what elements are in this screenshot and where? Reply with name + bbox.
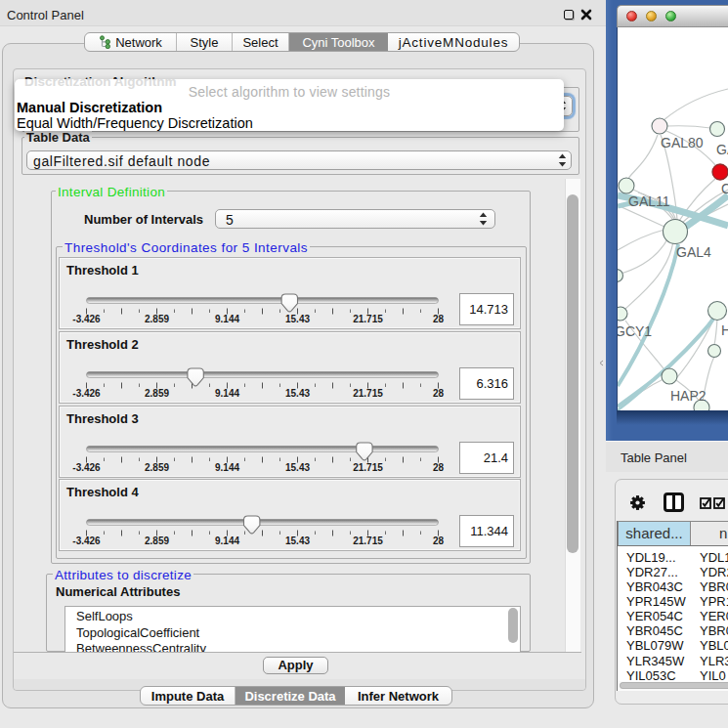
svg-text:9.144: 9.144 <box>215 388 239 399</box>
svg-text:15.43: 15.43 <box>285 388 310 399</box>
svg-text:2.859: 2.859 <box>145 388 169 399</box>
svg-text:HAP2: HAP2 <box>670 388 707 404</box>
svg-text:GAL80: GAL80 <box>661 135 704 150</box>
svg-text:15.43: 15.43 <box>285 314 310 324</box>
svg-text:-3.426: -3.426 <box>72 388 101 399</box>
svg-text:-3.426: -3.426 <box>72 462 101 473</box>
svg-text:28: 28 <box>433 462 445 473</box>
svg-text:GAL11: GAL11 <box>628 193 670 209</box>
svg-text:21.715: 21.715 <box>353 535 383 546</box>
svg-text:9.144: 9.144 <box>215 462 239 473</box>
svg-text:15.43: 15.43 <box>285 535 310 546</box>
svg-text:21.715: 21.715 <box>353 462 383 473</box>
svg-text:GCY1: GCY1 <box>618 323 652 339</box>
svg-text:-3.426: -3.426 <box>72 314 101 324</box>
svg-text:GA: GA <box>716 142 728 157</box>
svg-text:2.859: 2.859 <box>145 462 169 473</box>
svg-text:21.715: 21.715 <box>353 314 383 324</box>
svg-text:2.859: 2.859 <box>145 535 169 546</box>
svg-text:15.43: 15.43 <box>285 462 310 473</box>
svg-text:9.144: 9.144 <box>215 535 239 546</box>
svg-text:9.144: 9.144 <box>215 314 239 324</box>
svg-text:28: 28 <box>433 388 445 399</box>
svg-text:GAL4: GAL4 <box>676 244 711 260</box>
svg-text:2.859: 2.859 <box>145 314 169 324</box>
svg-text:21.715: 21.715 <box>353 388 383 399</box>
svg-text:C: C <box>721 181 728 196</box>
svg-text:28: 28 <box>433 535 445 546</box>
svg-text:H: H <box>721 322 728 338</box>
svg-text:28: 28 <box>433 314 445 324</box>
svg-text:-3.426: -3.426 <box>72 535 101 546</box>
